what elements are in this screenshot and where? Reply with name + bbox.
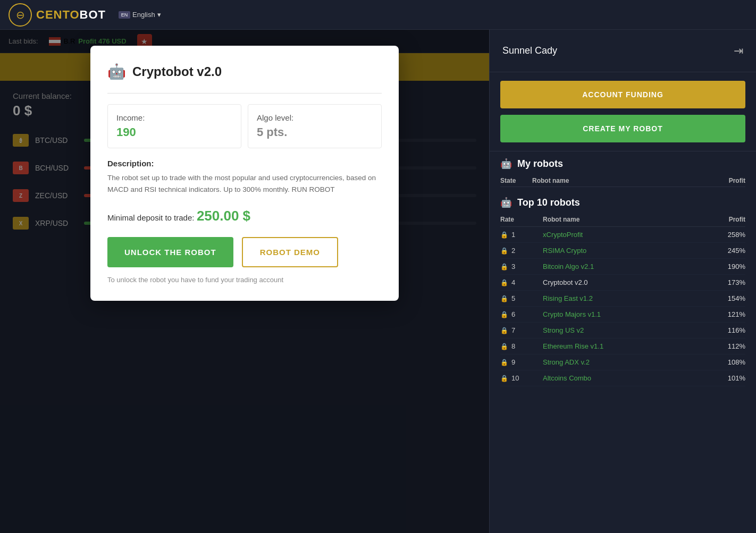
logo-icon: ⊖ [9, 3, 32, 27]
header-robot-name-top10: Robot name [543, 216, 708, 223]
lock-icon: 🔒 [500, 231, 508, 239]
logout-icon[interactable]: ⇥ [734, 44, 743, 58]
top10-profit-cell: 116% [708, 326, 745, 334]
header-robot-name: Robot name [532, 177, 708, 184]
top10-name-cell: Rising East v1.2 [543, 294, 708, 302]
algo-value: 5 pts. [257, 125, 373, 139]
top10-name-cell: Strong ADX v.2 [543, 358, 708, 366]
left-panel: Last bids: B.R Profit 476 USD ★ 🔒 This r… [0, 30, 489, 533]
lang-chevron-icon: ▾ [157, 11, 161, 19]
rate-number: 1 [511, 231, 515, 239]
header-profit-top10: Profit [708, 216, 745, 223]
modal-robot-icon: 🤖 [107, 63, 126, 80]
top10-icon: 🤖 [500, 197, 512, 208]
modal-overlay: 🤖 Cryptobot v2.0 Income: 190 Algo level:… [0, 30, 489, 533]
top10-rate-cell: 🔒 7 [500, 326, 543, 334]
top10-rate-cell: 🔒 3 [500, 263, 543, 270]
logo-area: ⊖ CENTOBOT [9, 3, 106, 27]
top10-name-cell: Cryptobot v2.0 [543, 278, 708, 286]
top10-title: Top 10 robots [517, 197, 580, 208]
lock-icon: 🔒 [500, 279, 508, 286]
top10-name-cell: Altcoins Combo [543, 374, 708, 382]
top10-rate-cell: 🔒 5 [500, 294, 543, 302]
rate-number: 9 [511, 358, 515, 366]
rate-number: 10 [511, 374, 519, 382]
account-funding-button[interactable]: ACCOUNT FUNDING [500, 81, 745, 108]
lang-name: English [132, 11, 155, 19]
create-robot-button[interactable]: CREATE MY ROBOT [500, 115, 745, 142]
my-robots-icon: 🤖 [500, 158, 512, 170]
top10-name-cell: Ethereum Rise v1.1 [543, 342, 708, 350]
rate-number: 6 [511, 310, 515, 318]
action-buttons: ACCOUNT FUNDING CREATE MY ROBOT [490, 72, 756, 151]
modal-stat-algo: Algo level: 5 pts. [248, 104, 382, 148]
top10-profit-cell: 154% [708, 294, 745, 302]
algo-label: Algo level: [257, 113, 373, 122]
header-rate: Rate [500, 216, 543, 223]
top10-name-cell: RSIMA Crypto [543, 247, 708, 255]
robot-demo-button[interactable]: ROBOT DEMO [242, 237, 338, 267]
header-profit: Profit [708, 177, 745, 184]
lang-flag: EN [119, 11, 130, 19]
deposit-label: Minimal deposit to trade: [107, 213, 194, 222]
lock-icon: 🔒 [500, 327, 508, 334]
my-robots-title-row: 🤖 My robots [500, 158, 745, 170]
rate-number: 5 [511, 294, 515, 302]
top10-profit-cell: 245% [708, 247, 745, 255]
lock-icon: 🔒 [500, 247, 508, 255]
top10-rate-cell: 🔒 8 [500, 342, 543, 350]
top10-row[interactable]: 🔒 2 RSIMA Crypto 245% [500, 243, 745, 259]
rate-number: 2 [511, 247, 515, 255]
top10-row[interactable]: 🔒 7 Strong US v2 116% [500, 323, 745, 339]
lock-icon: 🔒 [500, 343, 508, 350]
top10-rows: 🔒 1 xCryptoProfit 258% 🔒 2 RSIMA Crypto … [500, 227, 745, 386]
logo-text: CENTOBOT [36, 8, 106, 22]
top10-row[interactable]: 🔒 9 Strong ADX v.2 108% [500, 354, 745, 370]
income-label: Income: [116, 113, 232, 122]
top10-row[interactable]: 🔒 8 Ethereum Rise v1.1 112% [500, 339, 745, 354]
top10-profit-cell: 173% [708, 278, 745, 286]
language-selector[interactable]: EN English ▾ [119, 11, 161, 19]
top10-rate-cell: 🔒 1 [500, 231, 543, 239]
lock-icon: 🔒 [500, 311, 508, 318]
username: Sunnel Cady [502, 45, 557, 56]
lock-icon: 🔒 [500, 359, 508, 366]
modal-note: To unlock the robot you have to fund you… [107, 276, 382, 284]
top10-title-row: 🤖 Top 10 robots [500, 197, 745, 208]
rate-number: 7 [511, 326, 515, 334]
top10-rate-cell: 🔒 2 [500, 247, 543, 255]
main-layout: Last bids: B.R Profit 476 USD ★ 🔒 This r… [0, 30, 756, 533]
top10-profit-cell: 121% [708, 310, 745, 318]
header-state: State [500, 177, 532, 184]
top10-section: 🤖 Top 10 robots Rate Robot name Profit 🔒… [490, 191, 756, 533]
top10-name-cell: Crypto Majors v1.1 [543, 310, 708, 318]
user-header: Sunnel Cady ⇥ [490, 30, 756, 72]
my-robots-title: My robots [517, 158, 563, 170]
top10-row[interactable]: 🔒 3 Bitcoin Algo v2.1 190% [500, 259, 745, 275]
lock-icon: 🔒 [500, 263, 508, 270]
top10-rate-cell: 🔒 6 [500, 310, 543, 318]
top10-row[interactable]: 🔒 1 xCryptoProfit 258% [500, 227, 745, 243]
right-panel: Sunnel Cady ⇥ ACCOUNT FUNDING CREATE MY … [489, 30, 756, 533]
modal-buttons: UNLOCK THE ROBOT ROBOT DEMO [107, 237, 382, 267]
my-robots-section: 🤖 My robots State Robot name Profit [490, 151, 756, 191]
robot-detail-modal: 🤖 Cryptobot v2.0 Income: 190 Algo level:… [90, 46, 399, 301]
deposit-value: 250.00 $ [197, 208, 250, 224]
top10-profit-cell: 108% [708, 358, 745, 366]
top10-row[interactable]: 🔒 10 Altcoins Combo 101% [500, 370, 745, 386]
modal-title-row: 🤖 Cryptobot v2.0 [107, 63, 382, 80]
top10-row[interactable]: 🔒 5 Rising East v1.2 154% [500, 291, 745, 307]
income-value: 190 [116, 125, 232, 139]
top10-profit-cell: 258% [708, 231, 745, 239]
top10-name-cell: Bitcoin Algo v2.1 [543, 263, 708, 270]
unlock-robot-button[interactable]: UNLOCK THE ROBOT [107, 237, 233, 267]
top10-profit-cell: 190% [708, 263, 745, 270]
description-label: Description: [107, 159, 382, 168]
top10-profit-cell: 101% [708, 374, 745, 382]
top10-rate-cell: 🔒 10 [500, 374, 543, 382]
description-text: The robot set up to trade with the most … [107, 172, 382, 195]
top10-row[interactable]: 🔒 6 Crypto Majors v1.1 121% [500, 307, 745, 323]
top10-name-cell: xCryptoProfit [543, 231, 708, 239]
top10-row[interactable]: 🔒 4 Cryptobot v2.0 173% [500, 275, 745, 291]
top10-profit-cell: 112% [708, 342, 745, 350]
